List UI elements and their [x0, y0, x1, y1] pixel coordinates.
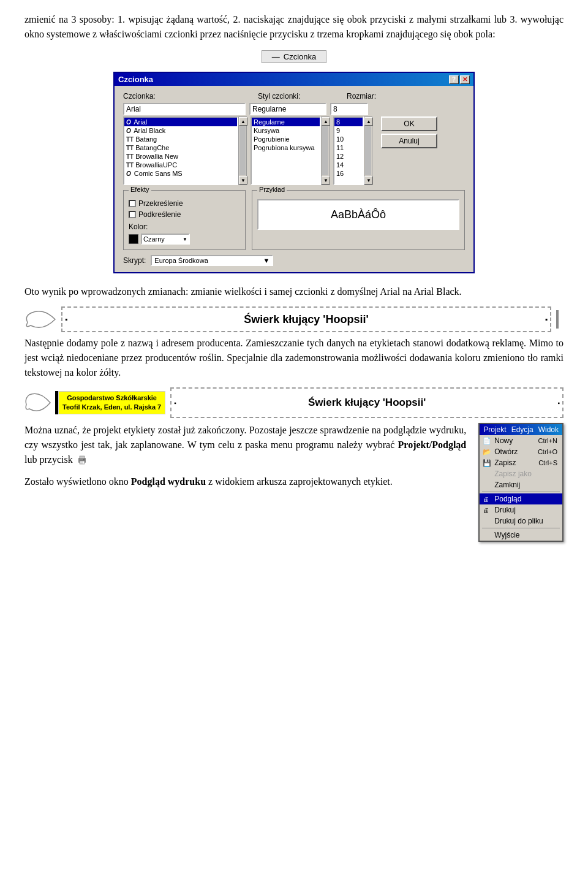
final-text-col: Można uznać, że projekt etykiety został …	[24, 423, 466, 496]
shortcut-zapisz: Ctrl+S	[538, 459, 557, 466]
list-item[interactable]: O Arial Black	[124, 126, 237, 135]
menu-item-nowy[interactable]: 📄 Nowy Ctrl+N	[480, 435, 562, 446]
menu-label-zapisz: Zapisz	[494, 458, 516, 467]
preview-icon: 🖨	[483, 496, 489, 503]
scroll-up-btn[interactable]: ▲	[322, 117, 330, 126]
titlebar-icons: ? ✕	[449, 75, 470, 84]
size-scrollbar[interactable]: ▲ ▼	[364, 116, 372, 185]
menu-label-zapisz-jako: Zapisz jako	[494, 470, 532, 478]
menu-label-zamknij: Zamknij	[494, 481, 520, 489]
font-scrollbar[interactable]: ▲ ▼	[238, 116, 247, 185]
shortcut-otworz: Ctrl+O	[538, 448, 557, 455]
list-item[interactable]: O Comic Sans MS	[124, 169, 237, 178]
scroll-up-btn[interactable]: ▲	[239, 117, 247, 126]
menu-item-zapisz-jako[interactable]: Zapisz jako	[480, 468, 562, 479]
list-item[interactable]: 8	[334, 118, 363, 126]
folder-icon: 📂	[483, 448, 491, 456]
yellow-address-box: Gospodarstwo Szkółkarskie Teofil Krzak, …	[58, 391, 165, 415]
shortcut-nowy: Ctrl+N	[538, 437, 557, 444]
list-item[interactable]: Regularne	[252, 118, 320, 126]
list-item[interactable]: Pogrubiona kursywa	[252, 143, 320, 152]
podkreslenie-checkbox[interactable]	[129, 211, 136, 218]
list-item[interactable]: 14	[334, 161, 363, 169]
scroll-down-btn[interactable]: ▼	[239, 176, 247, 184]
bottom-row: Efekty Przekreślenie Podkreślenie Kolor:	[123, 190, 465, 250]
menu-label-nowy: Nowy	[494, 436, 513, 445]
dialog-title: Czcionka	[118, 75, 153, 84]
scroll-thumb	[239, 126, 246, 175]
list-item[interactable]: 11	[334, 143, 363, 152]
svg-rect-5	[80, 462, 83, 463]
font-listbox[interactable]: O Arial O Arial Black TT Batang TT Batan…	[123, 116, 238, 185]
menu-item-wyjscie[interactable]: Wyjście	[480, 530, 562, 541]
style-listbox[interactable]: Regularne Kursywa Pogrubienie Pogrubiona…	[251, 116, 321, 185]
scroll-thumb	[365, 126, 371, 175]
rozmiar-input[interactable]	[330, 103, 368, 115]
menu-label-podglad: Podgląd	[494, 495, 521, 503]
scroll-up-btn[interactable]: ▲	[364, 117, 373, 126]
list-item[interactable]: 9	[334, 126, 363, 135]
svg-point-4	[83, 459, 85, 460]
rozmiar-label: Rozmiar:	[347, 92, 376, 101]
scroll-down-btn[interactable]: ▼	[322, 176, 330, 184]
list-item[interactable]: Pogrubienie	[252, 135, 320, 143]
list-item[interactable]: O Arial	[124, 118, 237, 126]
menu-titlebar: Projekt Edycja Widok	[480, 424, 562, 435]
menu-item-drukuj-do-pliku[interactable]: Drukuj do pliku	[480, 515, 562, 527]
list-item[interactable]: TT BrowalliaUPC	[124, 161, 237, 169]
label-text-2: Świerk kłujący 'Hoopsii'	[308, 397, 426, 409]
menu-label-drukuj: Drukuj	[494, 506, 516, 514]
menu-path-bold: Projekt/Podgląd	[398, 439, 467, 450]
kolor-label: Kolor:	[129, 223, 148, 231]
podkreslenie-row: Podkreślenie	[129, 210, 240, 219]
przekreslenie-checkbox[interactable]	[129, 200, 136, 207]
list-item[interactable]: 10	[334, 135, 363, 143]
para-final-1: Można uznać, że projekt etykiety został …	[24, 423, 466, 467]
menu-item-zamknij[interactable]: Zamknij	[480, 479, 562, 490]
right-shape-icon	[551, 307, 564, 332]
minus-icon: —	[272, 52, 280, 61]
color-dropdown[interactable]: Czarny ▼	[141, 234, 190, 245]
left-label-shape-icon	[24, 387, 55, 418]
list-item[interactable]: TT Browallia New	[124, 152, 237, 161]
help-button[interactable]: ?	[449, 75, 459, 84]
cancel-button[interactable]: Anuluj	[381, 134, 437, 148]
podglad-wydruku-label: Podgląd wydruku	[131, 476, 206, 487]
menu-item-zapisz[interactable]: 💾 Zapisz Ctrl+S	[480, 457, 562, 468]
close-button[interactable]: ✕	[460, 75, 470, 84]
font-listbox-wrap: O Arial O Arial Black TT Batang TT Batan…	[123, 116, 247, 185]
list-item[interactable]: Kursywa	[252, 126, 320, 135]
size-listbox[interactable]: 8 9 10 11 12 14 16	[333, 116, 364, 185]
print-preview-icon	[78, 455, 89, 465]
list-item[interactable]: 16	[334, 169, 363, 178]
menu-title-edycja[interactable]: Edycja	[511, 425, 533, 434]
font-dialog-outer: Czcionka ? ✕ Czcionka: Styl czcionki: Ro…	[24, 72, 564, 273]
style-scrollbar[interactable]: ▲ ▼	[321, 116, 330, 185]
skrypt-dropdown[interactable]: Europa Środkowa ▼	[151, 255, 273, 266]
ok-button[interactable]: OK	[381, 116, 437, 131]
skrypt-label: Skrypt:	[123, 256, 146, 265]
czcionka-small-button[interactable]: — Czcionka	[262, 50, 326, 63]
listboxes-row: O Arial O Arial Black TT Batang TT Batan…	[123, 116, 465, 185]
czcionka-input[interactable]	[123, 103, 246, 115]
list-item[interactable]: TT Batang	[124, 135, 237, 143]
menu-title-projekt[interactable]: Projekt	[483, 425, 506, 434]
menu-title-widok[interactable]: Widok	[538, 425, 559, 434]
menu-item-podglad[interactable]: 🖨 Podgląd	[480, 493, 562, 504]
list-item[interactable]: TT BatangChe	[124, 143, 237, 152]
dropdown-arrow-icon: ▼	[183, 237, 187, 242]
list-item[interactable]: 12	[334, 152, 363, 161]
paragraph-next: Następnie dodamy pole z nazwą i adresem …	[24, 336, 564, 380]
przekreslenie-row: Przekreślenie	[129, 199, 240, 208]
menu-item-drukuj[interactable]: 🖨 Drukuj	[480, 504, 562, 515]
preview-text: AaBbÀáÔô	[257, 199, 459, 230]
svg-rect-6	[80, 463, 83, 463]
czcionka-button-block: — Czcionka	[24, 50, 564, 63]
styl-input[interactable]	[249, 103, 326, 115]
context-menu: Projekt Edycja Widok 📄 Nowy Ctrl+N 📂 Otw…	[478, 423, 564, 542]
style-listbox-wrap: Regularne Kursywa Pogrubienie Pogrubiona…	[251, 116, 330, 185]
size-listbox-wrap: 8 9 10 11 12 14 16 ▲ ▼	[333, 116, 372, 185]
scroll-down-btn[interactable]: ▼	[364, 176, 373, 184]
menu-item-otworz[interactable]: 📂 Otwórz Ctrl+O	[480, 446, 562, 457]
scroll-thumb	[322, 126, 328, 175]
